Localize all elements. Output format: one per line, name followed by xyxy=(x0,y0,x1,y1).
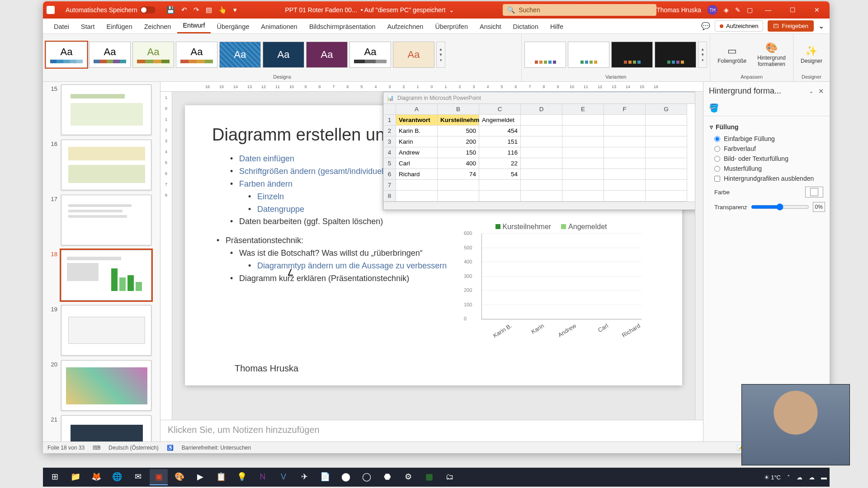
taskbar-app3[interactable]: 💡 xyxy=(233,469,251,485)
tab-einfuegen[interactable]: Einfügen xyxy=(101,20,137,33)
variant-gallery-more[interactable]: ▲▼▾ xyxy=(698,42,707,68)
language-icon[interactable]: ⌨ xyxy=(93,445,100,451)
designer-button[interactable]: ✨Designer xyxy=(796,43,827,66)
pane-dropdown-icon[interactable]: ⌄ xyxy=(809,88,814,94)
notes-pane[interactable]: Klicken Sie, um Notizen hinzuzufügen xyxy=(160,420,703,441)
filename-dropdown-icon[interactable]: ⌄ xyxy=(449,6,454,14)
theme-thumb-6[interactable]: Aa xyxy=(263,42,304,68)
tray-battery-icon[interactable]: ▬ xyxy=(821,474,827,481)
variant-2[interactable] xyxy=(568,42,609,68)
window-icon[interactable]: ▢ xyxy=(747,6,753,14)
record-button[interactable]: Aufzeichnen xyxy=(715,20,764,32)
taskbar-outlook[interactable]: ✉ xyxy=(129,469,147,485)
maximize-icon[interactable]: ☐ xyxy=(783,6,802,14)
slide-size-button[interactable]: ▭Foliengröße xyxy=(713,43,751,66)
taskbar-firefox[interactable]: 🦊 xyxy=(87,469,105,485)
pane-close-icon[interactable]: ✕ xyxy=(818,87,824,95)
variant-4[interactable] xyxy=(655,42,696,68)
taskbar-obs[interactable]: ⬤ xyxy=(337,469,355,485)
weather-widget[interactable]: ☀ 1°C xyxy=(764,474,781,481)
tray-cloud-icon[interactable]: ☁ xyxy=(797,474,802,481)
minimize-icon[interactable]: — xyxy=(759,6,777,14)
tab-uebergaenge[interactable]: Übergänge xyxy=(212,20,255,33)
bg-format-button[interactable]: 🎨Hintergrund formatieren xyxy=(753,40,790,69)
chart[interactable]: Kursteilnehmer Angemeldet 01002003004005… xyxy=(461,223,642,340)
qat-more-icon[interactable]: ▾ xyxy=(233,6,237,14)
taskbar-chrome[interactable]: 🌐 xyxy=(108,469,126,485)
taskbar-app7[interactable]: ⬣ xyxy=(378,469,396,485)
redo-icon[interactable]: ↷ xyxy=(193,6,199,14)
tab-bildschirmpraesentation[interactable]: Bildschirmpräsentation xyxy=(304,20,381,33)
tab-entwurf[interactable]: Entwurf xyxy=(177,19,210,33)
tab-animationen[interactable]: Animationen xyxy=(255,20,303,33)
taskbar-app2[interactable]: 📋 xyxy=(212,469,230,485)
undo-icon[interactable]: ↶ xyxy=(181,6,187,14)
tab-hilfe[interactable]: Hilfe xyxy=(545,20,569,33)
fill-gradient-radio[interactable]: Farbverlauf xyxy=(714,145,823,152)
variant-1[interactable] xyxy=(524,42,566,68)
tab-dictation[interactable]: Dictation xyxy=(508,20,544,33)
theme-thumb-8[interactable]: Aa xyxy=(349,42,391,68)
theme-thumb-7[interactable]: Aa xyxy=(306,42,348,68)
taskbar-settings[interactable]: ⚙ xyxy=(399,469,417,485)
slide-thumbnail-pane[interactable]: 15 16 17 18 19 20 21 22 23 xyxy=(43,82,160,441)
taskbar-onenote[interactable]: N xyxy=(254,469,272,485)
chart-datasheet[interactable]: 📊 Diagramm in Microsoft PowerPoint ✕ ABC… xyxy=(383,92,695,210)
theme-thumb-9[interactable]: Aa xyxy=(393,42,434,68)
tray-onedrive-icon[interactable]: ☁ xyxy=(809,474,815,481)
hide-bg-checkbox[interactable]: Hintergrundgrafiken ausblenden xyxy=(714,175,823,182)
transparency-slider[interactable] xyxy=(751,203,809,211)
diamond-icon[interactable]: ◈ xyxy=(724,6,729,14)
slide-thumb-19[interactable] xyxy=(61,305,151,356)
theme-thumb-1[interactable]: Aa xyxy=(46,42,87,68)
tab-zeichnen[interactable]: Zeichnen xyxy=(139,20,177,33)
save-icon[interactable]: 💾 xyxy=(166,6,175,14)
slide-thumb-18[interactable] xyxy=(61,250,151,300)
variant-3[interactable] xyxy=(611,42,653,68)
theme-thumb-2[interactable]: Aa xyxy=(89,42,131,68)
slide-thumb-17[interactable] xyxy=(61,195,151,245)
start-button[interactable]: ⊞ xyxy=(46,469,64,485)
tab-ueberpruefen[interactable]: Überprüfen xyxy=(429,20,473,33)
tab-datei[interactable]: Datei xyxy=(48,20,75,33)
close-icon[interactable]: ✕ xyxy=(808,6,826,14)
taskbar-app[interactable]: 🎨 xyxy=(170,469,189,485)
taskbar-app4[interactable]: V xyxy=(274,469,292,485)
tab-aufzeichnen[interactable]: Aufzeichnen xyxy=(382,20,429,33)
slide-thumb-20[interactable] xyxy=(61,360,151,411)
editor-scrollbar[interactable] xyxy=(695,92,703,420)
paint-bucket-icon[interactable]: 🪣 xyxy=(709,103,719,113)
share-button[interactable]: ⮹Freigeben xyxy=(768,20,814,32)
taskbar-powerpoint[interactable]: ▣ xyxy=(150,469,168,485)
touch-icon[interactable]: 👆 xyxy=(218,6,227,14)
theme-thumb-4[interactable]: Aa xyxy=(176,42,217,68)
slide-thumb-15[interactable] xyxy=(61,84,151,135)
theme-gallery-more[interactable]: ▲▼▾ xyxy=(436,42,445,68)
status-accessibility[interactable]: Barrierefreiheit: Untersuchen xyxy=(182,445,251,451)
taskbar-excel[interactable]: ▦ xyxy=(420,469,438,485)
slide-thumb-16[interactable] xyxy=(61,140,151,190)
theme-thumb-3[interactable]: Aa xyxy=(132,42,174,68)
avatar[interactable]: TH xyxy=(708,5,717,15)
datasheet-grid[interactable]: ABCDEFG1VerantwortKursteilnehmeAngemelde… xyxy=(383,104,695,202)
comments-icon[interactable]: 💬 xyxy=(701,22,710,30)
datasheet-scrollbar[interactable] xyxy=(383,202,695,210)
taskbar-app8[interactable]: 🗂 xyxy=(441,469,459,485)
pen-icon[interactable]: ✎ xyxy=(735,6,741,14)
taskbar-app6[interactable]: ◯ xyxy=(358,469,376,485)
collapse-ribbon-icon[interactable]: ⌄ xyxy=(818,22,824,30)
theme-thumb-5[interactable]: Aa xyxy=(219,42,261,68)
fill-accordion[interactable]: ▿Füllung xyxy=(710,123,823,131)
taskbar-vlc[interactable]: ▶ xyxy=(191,469,209,485)
slide-thumb-21[interactable] xyxy=(61,415,151,441)
taskbar-explorer[interactable]: 📁 xyxy=(66,469,85,485)
color-picker-button[interactable] xyxy=(805,187,823,197)
slideshow-icon[interactable]: ▤ xyxy=(206,6,212,14)
status-language[interactable]: Deutsch (Österreich) xyxy=(108,445,159,451)
tab-ansicht[interactable]: Ansicht xyxy=(474,20,507,33)
tab-start[interactable]: Start xyxy=(75,20,100,33)
autosave-toggle[interactable] xyxy=(140,6,156,14)
fill-picture-radio[interactable]: Bild- oder Texturfüllung xyxy=(714,155,823,162)
fill-solid-radio[interactable]: Einfarbige Füllung xyxy=(714,135,823,142)
tray-chevron-icon[interactable]: ˄ xyxy=(787,474,790,481)
